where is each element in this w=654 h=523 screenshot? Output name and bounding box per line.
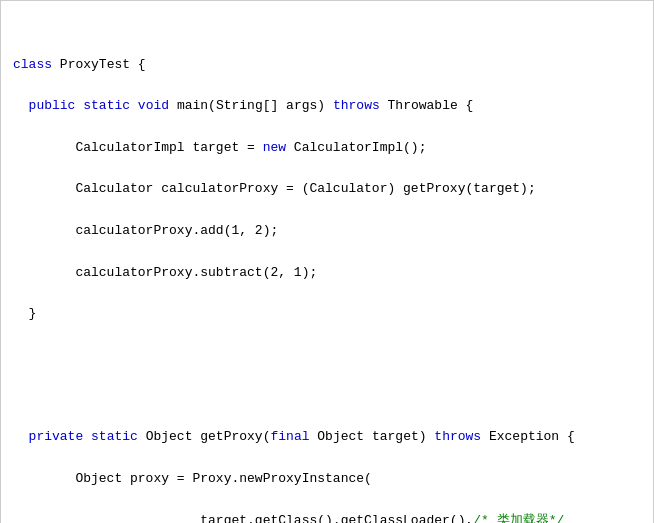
line-8 [13,346,641,366]
line-12: target.getClass().getClassLoader(),/* 类加… [13,511,641,523]
line-3: CalculatorImpl target = new CalculatorIm… [13,138,641,159]
line-1: class ProxyTest { [13,55,641,76]
line-11: Object proxy = Proxy.newProxyInstance( [13,469,641,490]
line-4: Calculator calculatorProxy = (Calculator… [13,179,641,200]
line-10: private static Object getProxy(final Obj… [13,427,641,448]
code-block: class ProxyTest { public static void mai… [1,9,653,523]
line-6: calculatorProxy.subtract(2, 1); [13,263,641,284]
line-9 [13,387,641,407]
line-5: calculatorProxy.add(1, 2); [13,221,641,242]
line-2: public static void main(String[] args) t… [13,96,641,117]
line-7: } [13,304,641,325]
code-container: class ProxyTest { public static void mai… [0,0,654,523]
